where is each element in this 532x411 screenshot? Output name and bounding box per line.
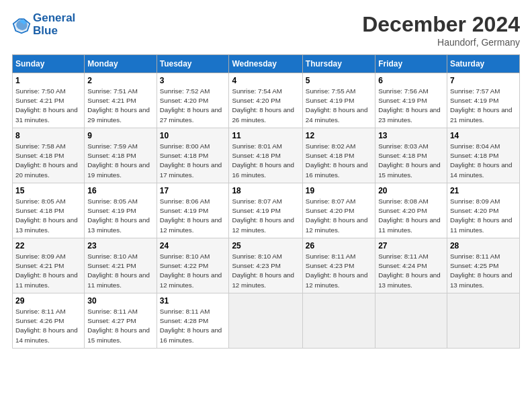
logo-text: General Blue	[33, 12, 75, 37]
day-number: 25	[232, 241, 299, 250]
calendar-cell: 21 Sunrise: 8:09 AMSunset: 4:20 PMDaylig…	[447, 183, 519, 238]
calendar-cell: 5 Sunrise: 7:55 AMSunset: 4:19 PMDayligh…	[302, 73, 375, 128]
header: General Blue December 2024 Haundorf, Ger…	[12, 12, 520, 48]
header-row: Sunday Monday Tuesday Wednesday Thursday…	[13, 55, 520, 73]
day-info: Sunrise: 8:07 AMSunset: 4:19 PMDaylight:…	[232, 197, 294, 234]
calendar-cell: 28 Sunrise: 8:11 AMSunset: 4:25 PMDaylig…	[447, 238, 519, 293]
day-number: 15	[15, 186, 81, 195]
day-info: Sunrise: 8:06 AMSunset: 4:19 PMDaylight:…	[160, 197, 222, 234]
day-info: Sunrise: 8:11 AMSunset: 4:25 PMDaylight:…	[450, 253, 513, 289]
day-number: 18	[232, 186, 299, 195]
day-number: 11	[232, 131, 299, 140]
day-number: 5	[306, 76, 372, 85]
calendar-cell: 31 Sunrise: 8:11 AMSunset: 4:28 PMDaylig…	[157, 293, 229, 349]
day-number: 31	[160, 296, 226, 306]
day-info: Sunrise: 8:02 AMSunset: 4:18 PMDaylight:…	[306, 142, 368, 179]
day-info: Sunrise: 8:11 AMSunset: 4:23 PMDaylight:…	[306, 253, 368, 289]
calendar-table: Sunday Monday Tuesday Wednesday Thursday…	[12, 54, 520, 349]
day-number: 2	[87, 76, 153, 85]
day-number: 29	[15, 296, 81, 306]
calendar-cell: 6 Sunrise: 7:56 AMSunset: 4:19 PMDayligh…	[375, 73, 447, 128]
day-info: Sunrise: 8:11 AMSunset: 4:28 PMDaylight:…	[160, 308, 222, 344]
day-info: Sunrise: 8:11 AMSunset: 4:26 PMDaylight:…	[15, 308, 78, 344]
calendar-cell: 24 Sunrise: 8:10 AMSunset: 4:22 PMDaylig…	[157, 238, 229, 293]
day-info: Sunrise: 8:09 AMSunset: 4:21 PMDaylight:…	[15, 253, 78, 289]
calendar-cell: 25 Sunrise: 8:10 AMSunset: 4:23 PMDaylig…	[229, 238, 302, 293]
day-info: Sunrise: 7:52 AMSunset: 4:20 PMDaylight:…	[160, 87, 222, 124]
day-info: Sunrise: 8:11 AMSunset: 4:27 PMDaylight:…	[87, 308, 150, 344]
day-number: 22	[15, 241, 81, 250]
calendar-cell: 16 Sunrise: 8:05 AMSunset: 4:19 PMDaylig…	[85, 183, 157, 238]
day-info: Sunrise: 7:55 AMSunset: 4:19 PMDaylight:…	[306, 87, 368, 124]
day-number: 20	[378, 186, 444, 195]
day-info: Sunrise: 8:05 AMSunset: 4:19 PMDaylight:…	[87, 197, 150, 234]
col-monday: Monday	[85, 55, 157, 73]
calendar-cell	[447, 293, 519, 349]
calendar-cell: 23 Sunrise: 8:10 AMSunset: 4:21 PMDaylig…	[85, 238, 157, 293]
calendar-cell: 22 Sunrise: 8:09 AMSunset: 4:21 PMDaylig…	[13, 238, 85, 293]
col-wednesday: Wednesday	[229, 55, 302, 73]
day-number: 17	[160, 186, 226, 195]
col-friday: Friday	[375, 55, 447, 73]
day-number: 12	[306, 131, 372, 140]
day-info: Sunrise: 8:00 AMSunset: 4:18 PMDaylight:…	[160, 142, 222, 179]
day-info: Sunrise: 8:05 AMSunset: 4:18 PMDaylight:…	[15, 197, 78, 234]
day-info: Sunrise: 7:59 AMSunset: 4:18 PMDaylight:…	[87, 142, 150, 179]
calendar-cell: 14 Sunrise: 8:04 AMSunset: 4:18 PMDaylig…	[447, 128, 519, 183]
day-number: 4	[232, 76, 299, 85]
calendar-cell	[229, 293, 302, 349]
day-info: Sunrise: 8:09 AMSunset: 4:20 PMDaylight:…	[450, 197, 513, 234]
calendar-cell: 15 Sunrise: 8:05 AMSunset: 4:18 PMDaylig…	[13, 183, 85, 238]
day-number: 16	[87, 186, 153, 195]
day-number: 30	[87, 296, 153, 306]
col-thursday: Thursday	[302, 55, 375, 73]
day-info: Sunrise: 7:58 AMSunset: 4:18 PMDaylight:…	[15, 142, 78, 179]
day-info: Sunrise: 7:51 AMSunset: 4:21 PMDaylight:…	[87, 87, 150, 124]
day-number: 26	[306, 241, 372, 250]
calendar-cell: 19 Sunrise: 8:07 AMSunset: 4:20 PMDaylig…	[302, 183, 375, 238]
day-number: 10	[160, 131, 226, 140]
day-info: Sunrise: 7:50 AMSunset: 4:21 PMDaylight:…	[15, 87, 78, 124]
calendar-cell: 11 Sunrise: 8:01 AMSunset: 4:18 PMDaylig…	[229, 128, 302, 183]
calendar-cell: 13 Sunrise: 8:03 AMSunset: 4:18 PMDaylig…	[375, 128, 447, 183]
day-number: 27	[378, 241, 444, 250]
page-container: General Blue December 2024 Haundorf, Ger…	[0, 0, 532, 355]
day-info: Sunrise: 8:04 AMSunset: 4:18 PMDaylight:…	[450, 142, 513, 179]
calendar-cell: 26 Sunrise: 8:11 AMSunset: 4:23 PMDaylig…	[302, 238, 375, 293]
calendar-cell: 17 Sunrise: 8:06 AMSunset: 4:19 PMDaylig…	[157, 183, 229, 238]
title-block: December 2024 Haundorf, Germany	[362, 12, 520, 48]
day-number: 3	[160, 76, 226, 85]
calendar-cell: 1 Sunrise: 7:50 AMSunset: 4:21 PMDayligh…	[13, 73, 85, 128]
calendar-cell: 7 Sunrise: 7:57 AMSunset: 4:19 PMDayligh…	[447, 73, 519, 128]
day-number: 23	[87, 241, 153, 250]
day-info: Sunrise: 8:08 AMSunset: 4:20 PMDaylight:…	[378, 197, 441, 234]
day-info: Sunrise: 8:10 AMSunset: 4:21 PMDaylight:…	[87, 253, 150, 289]
calendar-cell	[302, 293, 375, 349]
calendar-cell: 30 Sunrise: 8:11 AMSunset: 4:27 PMDaylig…	[85, 293, 157, 349]
month-title: December 2024	[362, 12, 520, 37]
day-number: 6	[378, 76, 444, 85]
day-info: Sunrise: 7:57 AMSunset: 4:19 PMDaylight:…	[450, 87, 513, 124]
day-number: 28	[450, 241, 517, 250]
day-info: Sunrise: 8:11 AMSunset: 4:24 PMDaylight:…	[378, 253, 441, 289]
location-title: Haundorf, Germany	[362, 37, 520, 48]
day-number: 24	[160, 241, 226, 250]
day-number: 1	[15, 76, 81, 85]
day-info: Sunrise: 7:54 AMSunset: 4:20 PMDaylight:…	[232, 87, 294, 124]
day-info: Sunrise: 8:01 AMSunset: 4:18 PMDaylight:…	[232, 142, 294, 179]
calendar-cell: 29 Sunrise: 8:11 AMSunset: 4:26 PMDaylig…	[13, 293, 85, 349]
day-number: 21	[450, 186, 517, 195]
calendar-cell: 12 Sunrise: 8:02 AMSunset: 4:18 PMDaylig…	[302, 128, 375, 183]
logo: General Blue	[12, 12, 75, 37]
day-info: Sunrise: 7:56 AMSunset: 4:19 PMDaylight:…	[378, 87, 441, 124]
day-number: 14	[450, 131, 517, 140]
day-number: 19	[306, 186, 372, 195]
calendar-cell: 3 Sunrise: 7:52 AMSunset: 4:20 PMDayligh…	[157, 73, 229, 128]
calendar-cell: 27 Sunrise: 8:11 AMSunset: 4:24 PMDaylig…	[375, 238, 447, 293]
day-number: 8	[15, 131, 81, 140]
day-number: 9	[87, 131, 153, 140]
day-info: Sunrise: 8:03 AMSunset: 4:18 PMDaylight:…	[378, 142, 441, 179]
calendar-cell: 9 Sunrise: 7:59 AMSunset: 4:18 PMDayligh…	[85, 128, 157, 183]
day-number: 7	[450, 76, 517, 85]
day-info: Sunrise: 8:10 AMSunset: 4:23 PMDaylight:…	[232, 253, 294, 289]
